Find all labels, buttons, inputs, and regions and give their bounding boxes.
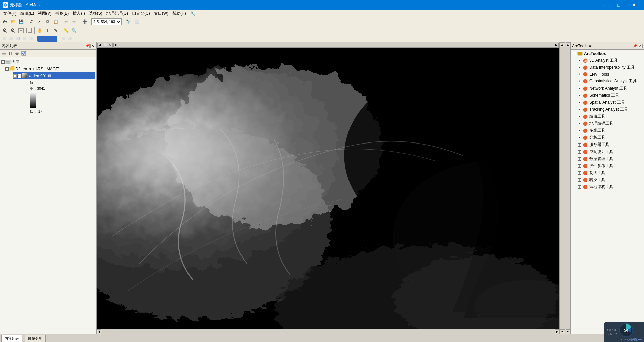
expand-envi-icon[interactable]: + — [578, 73, 581, 76]
full-extent-button[interactable]: ⬜ — [133, 18, 140, 25]
expand-server-icon[interactable]: + — [578, 143, 581, 147]
extra-btn-6[interactable]: ⬜ — [60, 36, 66, 42]
toolbox-topology-item[interactable]: + 宗地结构工具 — [571, 183, 643, 190]
map-scroll-right-button[interactable]: ▶ — [554, 43, 559, 47]
toolbox-linearref-item[interactable]: + 线性参考工具 — [571, 162, 643, 169]
expand-spatialstat-icon[interactable]: + — [578, 150, 581, 154]
toc-list-by-source[interactable] — [7, 50, 13, 56]
menu-item-h[interactable]: 帮助(H) — [170, 10, 188, 17]
expand-cartography-icon[interactable]: + — [578, 171, 581, 175]
toolbox-cartography-item[interactable]: + 制图工具 — [571, 169, 643, 176]
toc-layers-group[interactable]: − 图层 — [1, 58, 95, 65]
map-page-button[interactable]: ⬜ — [103, 43, 107, 47]
find-button[interactable]: 🔍 — [70, 27, 78, 34]
main-vscrollbar[interactable]: ▲ ▼ — [565, 42, 570, 334]
menu-item-e[interactable]: 编辑(E) — [18, 10, 36, 17]
identify-button[interactable]: ℹ — [44, 27, 51, 34]
main-vscroll-down-button[interactable]: ▼ — [566, 329, 570, 334]
menu-item-v[interactable]: 视图(V) — [36, 10, 53, 17]
extra-btn-2[interactable]: ⬜ — [8, 36, 14, 42]
expand-schematics-icon[interactable]: + — [578, 94, 581, 97]
menu-item-[interactable]: 🔧 — [188, 11, 197, 17]
expand-multidim-icon[interactable]: + — [578, 129, 581, 132]
expand-file-icon[interactable]: − — [5, 67, 9, 71]
hscroll-left-button[interactable]: ◀ — [97, 329, 101, 334]
menu-item-f[interactable]: 文件(F) — [1, 10, 18, 17]
measure-button[interactable]: 📏 — [62, 27, 70, 34]
main-vscroll-up-button[interactable]: ▲ — [566, 42, 570, 47]
toolbox-editor-item[interactable]: + 编辑工具 — [571, 113, 643, 120]
maximize-button[interactable]: □ — [611, 0, 626, 10]
toolbox-envi-item[interactable]: + ENVI Tools — [571, 71, 643, 78]
expand-3d-icon[interactable]: + — [578, 59, 581, 62]
toolbox-spatialstat-item[interactable]: + 空间统计工具 — [571, 148, 643, 155]
undo-button[interactable]: ↩ — [62, 18, 70, 25]
menu-item-i[interactable]: 插入(I) — [71, 10, 87, 17]
fixed-zoom-out-button[interactable] — [25, 27, 33, 34]
map-vscrollbar[interactable]: ▲ ▼ — [559, 42, 565, 334]
toc-file-group[interactable]: − D:\Learn_rs\RS_IMAGE\ — [5, 65, 95, 72]
map-pause-button[interactable]: ⏸ — [113, 43, 118, 47]
expand-linearref-icon[interactable]: + — [578, 164, 581, 168]
extra-btn-3[interactable]: ⬜ — [15, 36, 21, 42]
toolbox-convert-item[interactable]: + 转换工具 — [571, 176, 643, 183]
expand-convert-icon[interactable]: + — [578, 178, 581, 182]
new-button[interactable]: 🗁 — [1, 18, 9, 25]
toolbox-multidim-item[interactable]: + 多维工具 — [571, 127, 643, 134]
extra-btn-4[interactable]: ⬜ — [21, 36, 28, 42]
toc-list-by-drawing-order[interactable] — [1, 50, 7, 56]
pan-button[interactable]: ✋ — [36, 27, 43, 34]
close-button[interactable]: ✕ — [626, 0, 641, 10]
expand-geocode-icon[interactable]: + — [578, 122, 581, 125]
fixed-zoom-in-button[interactable] — [17, 27, 25, 34]
open-button[interactable]: 📂 — [9, 18, 17, 25]
print-button[interactable]: 🖨 — [28, 18, 35, 25]
extra-btn-5[interactable]: ⬜ — [28, 36, 34, 42]
toolbox-geostat-item[interactable]: + Geostatistical Analyst 工具 — [571, 78, 643, 85]
toc-raster-layer[interactable]: − ✓ xadem901.tif — [13, 72, 95, 79]
copy-button[interactable]: ⧉ — [44, 18, 51, 25]
expand-editor-icon[interactable]: + — [578, 115, 581, 118]
toolbox-tracking-item[interactable]: + Tracking Analyst 工具 — [571, 106, 643, 113]
toolbox-pin-button[interactable]: 📌 — [633, 44, 637, 48]
hscroll-right-button[interactable]: ▶ — [555, 329, 559, 334]
expand-network-icon[interactable]: + — [578, 87, 581, 90]
toolbox-root-item[interactable]: − ArcToolbox — [571, 50, 643, 57]
editor-toolbar-button[interactable]: 🔭 — [125, 18, 132, 25]
menu-item-s[interactable]: 选择(S) — [87, 10, 104, 17]
map-hscrollbar[interactable]: ◀ ▶ — [97, 329, 559, 334]
toolbox-server-item[interactable]: + 服务器工具 — [571, 141, 643, 148]
expand-layers-icon[interactable]: − — [1, 60, 5, 64]
expand-geostat-icon[interactable]: + — [578, 80, 581, 83]
toc-list-by-selection[interactable] — [21, 50, 27, 56]
minimize-button[interactable]: ─ — [596, 0, 611, 10]
expand-topology-icon[interactable]: + — [578, 185, 581, 189]
menu-item-w[interactable]: 窗口(W) — [152, 10, 170, 17]
toolbox-analysis-item[interactable]: + 分析工具 — [571, 134, 643, 141]
extra-btn-1[interactable]: ⬜ — [1, 36, 7, 42]
expand-spatial-icon[interactable]: + — [578, 101, 581, 104]
expand-tracking-icon[interactable]: + — [578, 108, 581, 111]
expand-datamgr-icon[interactable]: + — [578, 157, 581, 161]
add-data-button[interactable]: ➕ — [81, 18, 88, 25]
expand-raster-icon[interactable]: − — [13, 74, 17, 78]
toolbox-geocode-item[interactable]: + 地理编码工具 — [571, 120, 643, 127]
paste-button[interactable]: 📋 — [52, 18, 59, 25]
vscroll-down-button[interactable]: ▼ — [560, 329, 565, 334]
toolbox-data-interop-item[interactable]: + Data Interoperability 工具 — [571, 64, 643, 71]
toolbox-datamgr-item[interactable]: + 数据管理工具 — [571, 155, 643, 162]
toc-pin-button[interactable]: 📌 — [85, 44, 90, 48]
zoom-out-button[interactable] — [9, 27, 17, 34]
layer-visibility-checkbox[interactable]: ✓ — [17, 74, 21, 78]
color-picker[interactable] — [37, 36, 57, 42]
redo-button[interactable]: ↪ — [70, 18, 78, 25]
menu-item-g[interactable]: 地理处理(G) — [104, 10, 130, 17]
select-button[interactable]: 🖱 — [52, 27, 59, 34]
map-scroll-left-button[interactable]: ◀ — [97, 43, 102, 47]
toolbox-spatial-item[interactable]: + Spatial Analyst 工具 — [571, 99, 643, 106]
scale-select[interactable]: 1:5, 534, 193 — [91, 18, 122, 25]
zoom-in-button[interactable] — [1, 27, 9, 34]
cut-button[interactable]: ✂ — [36, 18, 43, 25]
status-tab-imagery[interactable]: 影像分析 — [25, 335, 46, 342]
toc-list-by-visibility[interactable] — [14, 50, 20, 56]
